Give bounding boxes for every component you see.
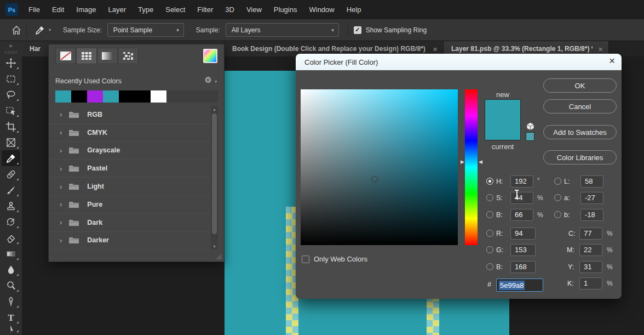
path-selection-tool[interactable] (2, 325, 20, 334)
s-radio[interactable] (486, 194, 493, 201)
chevron-right-icon[interactable]: › (60, 146, 62, 155)
scroll-up-icon[interactable]: ▴ (211, 107, 218, 112)
folder-row-pastel[interactable]: › Pastel (49, 160, 211, 178)
eraser-tool[interactable] (2, 230, 20, 246)
m-input[interactable]: 22 (579, 244, 602, 256)
b3-input[interactable]: 168 (510, 261, 536, 273)
blur-tool[interactable] (2, 262, 20, 277)
b2-radio[interactable] (554, 211, 561, 218)
dialog-title-bar[interactable]: Color Picker (Fill Color) × (296, 54, 622, 70)
r-input[interactable]: 94 (510, 228, 536, 240)
eyedropper-tool-icon[interactable] (34, 25, 45, 36)
b-input[interactable]: 66 (510, 209, 533, 221)
move-tool[interactable] (2, 55, 20, 71)
menu-filter[interactable]: Filter (191, 0, 219, 19)
clone-stamp-tool[interactable] (2, 198, 20, 214)
color-swatch[interactable] (71, 90, 87, 103)
spot-healing-brush-tool[interactable] (2, 166, 20, 182)
menu-select[interactable]: Select (159, 0, 191, 19)
object-selection-tool[interactable] (2, 103, 20, 118)
only-web-colors-checkbox[interactable] (302, 255, 309, 263)
color-picker-button[interactable] (203, 49, 217, 63)
lasso-tool[interactable] (2, 87, 20, 103)
sample-size-dropdown[interactable]: Point Sample ▾ (107, 23, 184, 37)
ok-button[interactable]: OK (543, 78, 617, 93)
g-radio[interactable] (486, 246, 493, 253)
gradient-tool[interactable] (2, 246, 20, 262)
scrollbar-thumb[interactable] (212, 113, 217, 234)
color-swatch[interactable] (103, 90, 119, 103)
menu-help[interactable]: Help (341, 0, 367, 19)
gamut-safe-color-swatch[interactable] (526, 132, 534, 141)
frame-tool[interactable] (2, 134, 20, 150)
chevron-right-icon[interactable]: › (60, 218, 62, 226)
menu-layer[interactable]: Layer (102, 0, 133, 19)
menu-window[interactable]: Window (303, 0, 340, 19)
folder-row-light[interactable]: › Light (49, 178, 211, 196)
color-swatch[interactable] (55, 90, 71, 103)
folder-row-dark[interactable]: › Dark (49, 214, 211, 232)
folder-row-darker[interactable]: › Darker (49, 232, 211, 250)
gradient-fill-button[interactable] (97, 48, 118, 64)
b-radio[interactable] (486, 211, 493, 218)
type-tool[interactable]: T (2, 309, 20, 325)
menu-view[interactable]: View (240, 0, 268, 19)
menu-edit[interactable]: Edit (46, 0, 70, 19)
expand-panel-icon[interactable]: » (9, 43, 13, 49)
close-icon[interactable]: × (598, 45, 603, 53)
chevron-right-icon[interactable]: › (60, 110, 62, 118)
resize-grip-icon[interactable] (215, 252, 222, 260)
chevron-down-icon[interactable]: ▾ (49, 27, 51, 32)
dodge-tool[interactable] (2, 277, 20, 293)
l-radio[interactable] (554, 178, 561, 185)
pen-tool[interactable] (2, 293, 20, 309)
close-icon[interactable]: × (609, 55, 615, 67)
scroll-down-icon[interactable]: ▾ (211, 244, 218, 249)
b2-input[interactable]: -18 (580, 209, 603, 221)
gear-icon[interactable]: ⚙ (205, 75, 212, 85)
history-brush-tool[interactable] (2, 214, 20, 230)
no-color-button[interactable] (55, 48, 76, 64)
menu-image[interactable]: Image (70, 0, 102, 19)
l-input[interactable]: 58 (580, 175, 603, 188)
hex-input[interactable]: 5e99a8 (496, 279, 543, 292)
chevron-right-icon[interactable]: › (60, 200, 62, 208)
color-swatch[interactable] (87, 90, 103, 103)
color-libraries-button[interactable]: Color Libraries (543, 150, 617, 164)
folder-row-pure[interactable]: › Pure (49, 196, 211, 214)
chevron-right-icon[interactable]: › (60, 128, 62, 137)
menu-plugins[interactable]: Plugins (268, 0, 303, 19)
close-icon[interactable]: × (433, 45, 438, 53)
hue-slider[interactable] (465, 89, 478, 245)
folder-row-grayscale[interactable]: › Grayscale (49, 142, 211, 160)
folder-row-cmyk[interactable]: › CMYK (49, 124, 211, 142)
menu-file[interactable]: File (22, 0, 46, 19)
color-swatch[interactable] (135, 90, 151, 103)
chevron-right-icon[interactable]: › (60, 164, 62, 173)
rectangular-marquee-tool[interactable] (2, 71, 20, 87)
r-radio[interactable] (486, 230, 493, 237)
color-swatch[interactable] (119, 90, 135, 103)
solid-color-swatches-button[interactable] (76, 48, 97, 64)
gamut-warning-cube-icon[interactable] (526, 122, 535, 131)
add-to-swatches-button[interactable]: Add to Swatches (543, 125, 617, 139)
color-field-marker[interactable] (371, 176, 378, 183)
brush-tool[interactable] (2, 182, 20, 198)
g-input[interactable]: 153 (510, 244, 536, 256)
hue-slider-right-arrow[interactable]: ◀ (479, 160, 482, 164)
crop-tool[interactable] (2, 118, 20, 134)
a-input[interactable]: -27 (580, 192, 603, 204)
color-swatch[interactable] (151, 90, 166, 103)
eyedropper-tool-active[interactable] (2, 150, 20, 166)
cancel-button[interactable]: Cancel (543, 99, 617, 113)
menu-type[interactable]: Type (132, 0, 159, 19)
a-radio[interactable] (554, 194, 561, 201)
y-input[interactable]: 31 (579, 261, 602, 273)
chevron-right-icon[interactable]: › (60, 236, 62, 245)
saturation-brightness-field[interactable] (301, 89, 458, 245)
show-sampling-ring-checkbox[interactable]: ✓ (354, 26, 361, 34)
h-radio[interactable] (486, 178, 493, 185)
panel-grip[interactable] (5, 51, 17, 54)
hue-slider-left-arrow[interactable]: ▶ (461, 160, 464, 164)
home-icon[interactable] (11, 25, 22, 36)
